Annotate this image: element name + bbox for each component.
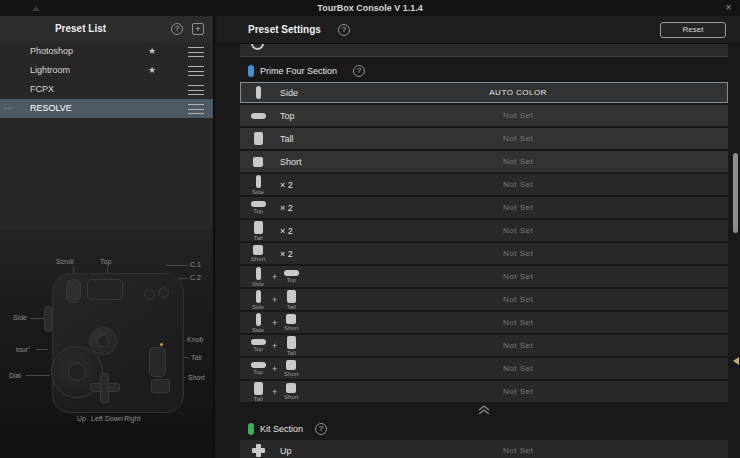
device-label-c1: C.1	[190, 261, 201, 268]
prime-row-top-x2[interactable]: Top× 2Not Set	[240, 197, 728, 218]
side-icon-stack	[250, 86, 266, 99]
prime-row-side-plus-tall[interactable]: Side+TallNot Set	[240, 289, 728, 310]
section-color-pill-icon	[248, 65, 254, 77]
short-icon-stack: Short	[283, 314, 299, 331]
short-icon-stack: Short	[283, 383, 299, 400]
preset-list-title: Preset List	[0, 23, 161, 34]
row-label: Up	[280, 446, 292, 456]
prime-row-top-plus-short[interactable]: Top+ShortNot Set	[240, 358, 728, 379]
preset-list: Photoshop★Lightroom★FCPX⋯RESOLVE	[0, 42, 213, 118]
row-label: Side	[280, 88, 298, 98]
preset-name: FCPX	[30, 80, 54, 99]
device-label-short: Short	[188, 374, 205, 381]
prime-row-tall-plus-short[interactable]: Tall+ShortNot Set	[240, 381, 728, 402]
app-window: TourBox Console V 1.1.4 × Preset List ? …	[0, 0, 740, 458]
kit-section-title: Kit Section	[260, 424, 303, 434]
plus-sign: +	[272, 341, 277, 351]
prime-row-top[interactable]: TopNot Set	[240, 105, 728, 126]
prime-row-top-plus-tall[interactable]: Top+TallNot Set	[240, 335, 728, 356]
device-label-side: Side	[13, 314, 27, 321]
plus-sign: +	[272, 387, 277, 397]
short-button-icon	[286, 383, 296, 393]
side-button-icon	[256, 175, 261, 188]
row-label: × 2	[280, 203, 293, 213]
tall-button-icon	[254, 221, 263, 234]
preset-settings-title: Preset Settings	[248, 24, 321, 35]
tall-button-icon	[287, 336, 296, 349]
dpad-button-icon	[252, 444, 265, 457]
partial-scrolled-row[interactable]	[240, 44, 728, 57]
kit-help-icon[interactable]: ?	[315, 423, 327, 435]
star-icon[interactable]: ★	[148, 42, 156, 61]
preset-item-fcpx[interactable]: FCPX	[0, 80, 213, 99]
preset-settings-help-icon[interactable]: ?	[338, 24, 350, 36]
device-label-c2: C.2	[190, 274, 201, 281]
menu-icon[interactable]	[188, 66, 204, 76]
prime-four-section-header: Prime Four Section ?	[240, 60, 728, 82]
short-icon-stack: Short	[250, 245, 266, 262]
preset-list-help-icon[interactable]: ?	[171, 23, 183, 35]
preset-item-resolve[interactable]: ⋯RESOLVE	[0, 99, 213, 118]
row-value: Not Set	[503, 387, 533, 396]
kit-row-up[interactable]: UpNot Set	[240, 440, 728, 458]
row-icons: Top	[250, 201, 274, 214]
row-icons: Tall	[250, 221, 274, 241]
prime-row-short-x2[interactable]: Short× 2Not Set	[240, 243, 728, 264]
row-icons	[250, 157, 274, 167]
device-label-tall: Tall	[191, 354, 202, 361]
top-icon-stack: Top	[250, 339, 266, 352]
device-tall-button	[149, 347, 166, 377]
side-button-icon	[256, 313, 261, 326]
preset-item-photoshop[interactable]: Photoshop★	[0, 42, 213, 61]
device-label-up: Up	[77, 415, 86, 422]
row-label: Tall	[280, 134, 294, 144]
prime-row-short[interactable]: ShortNot Set	[240, 151, 728, 172]
panel-expand-arrow-icon[interactable]	[733, 357, 739, 365]
vertical-scrollbar[interactable]	[733, 153, 738, 233]
tall-button-icon	[254, 382, 263, 395]
prime-row-tall[interactable]: TallNot Set	[240, 128, 728, 149]
menu-icon[interactable]	[188, 47, 204, 57]
menu-icon[interactable]	[188, 104, 204, 114]
preset-settings-header: Preset Settings ? Reset	[217, 16, 740, 44]
side-icon-stack: Side	[250, 175, 266, 195]
preset-item-lightroom[interactable]: Lightroom★	[0, 61, 213, 80]
close-icon[interactable]: ×	[722, 1, 735, 14]
pointer-line	[166, 265, 188, 266]
row-label: × 2	[280, 249, 293, 259]
prime-four-section-title: Prime Four Section	[260, 66, 337, 76]
row-value: Not Set	[503, 318, 533, 327]
row-icons: Side	[250, 175, 274, 195]
device-label-top: Top	[100, 258, 111, 265]
prime-row-tall-x2[interactable]: Tall× 2Not Set	[240, 220, 728, 241]
top-icon-stack: Top	[283, 270, 299, 283]
device-label-logo: tour°	[16, 346, 31, 353]
plus-sign: +	[272, 364, 277, 374]
row-value: Not Set	[503, 295, 533, 304]
icon-sub-label: Tall	[287, 304, 296, 310]
collapse-section-control[interactable]	[240, 404, 728, 416]
add-preset-button[interactable]: +	[192, 23, 204, 35]
menu-icon[interactable]	[188, 85, 204, 95]
preset-settings-panel: Preset Settings ? Reset Prime Four Secti…	[217, 16, 740, 458]
row-value: Not Set	[503, 364, 533, 373]
row-icons	[250, 444, 274, 457]
icon-sub-label: Side	[252, 327, 264, 333]
prime-four-help-icon[interactable]: ?	[353, 65, 365, 77]
row-icons: Side+Tall	[250, 290, 299, 310]
device-indicator-dot	[160, 343, 163, 346]
side-button-icon	[256, 267, 261, 280]
prime-row-side-x2[interactable]: Side× 2Not Set	[240, 174, 728, 195]
prime-row-side-plus-top[interactable]: Side+TopNot Set	[240, 266, 728, 287]
top-button-icon	[251, 113, 266, 119]
top-button-icon	[251, 362, 266, 368]
row-value: AUTO COLOR	[489, 88, 547, 97]
icon-sub-label: Tall	[253, 235, 262, 241]
short-button-icon	[253, 157, 263, 167]
prime-row-side[interactable]: SideAUTO COLOR	[240, 82, 728, 103]
icon-sub-label: Short	[251, 256, 265, 262]
side-icon-stack: Side	[250, 290, 266, 310]
prime-row-side-plus-short[interactable]: Side+ShortNot Set	[240, 312, 728, 333]
reset-button[interactable]: Reset	[660, 22, 726, 38]
star-icon[interactable]: ★	[148, 61, 156, 80]
